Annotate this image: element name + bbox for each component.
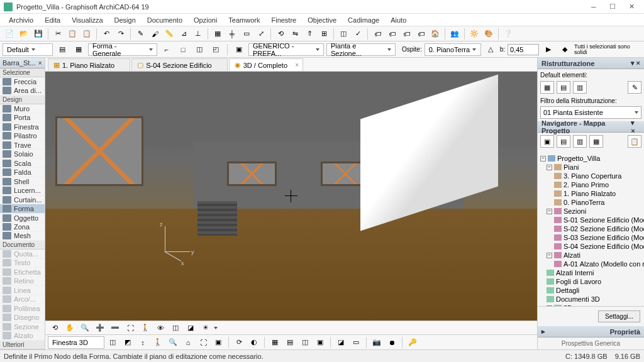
geom1-button[interactable]: ⌐ <box>160 43 174 56</box>
fit-icon[interactable]: ⛶ <box>123 322 137 334</box>
geom4-button[interactable]: ◰ <box>209 43 223 56</box>
geom3-button[interactable]: ◫ <box>192 43 206 56</box>
tag1-icon[interactable]: 🏷 <box>370 28 384 40</box>
scale-icon[interactable]: ⤢ <box>254 28 268 40</box>
tool-drawing[interactable]: Disegno <box>0 314 45 322</box>
tab-3d[interactable]: ◉3D / Completo× <box>229 58 303 71</box>
b11-icon[interactable]: ▦ <box>268 336 282 349</box>
restruct-btn2[interactable]: ▤ <box>557 81 570 94</box>
b14-icon[interactable]: ▣ <box>313 336 327 349</box>
tree-section-2[interactable]: S-02 Sezione Edificio (Modello <box>539 224 643 233</box>
tool-dimension[interactable]: Quota... <box>0 250 45 258</box>
view3d-icon[interactable]: ◫ <box>336 28 350 40</box>
close-button[interactable]: ✕ <box>623 1 640 13</box>
guide-icon[interactable]: ╪ <box>225 28 239 40</box>
tree-story-1[interactable]: 1. Piano Rialzato <box>539 189 643 198</box>
grid-icon[interactable]: ▦ <box>211 28 225 40</box>
tree-section-3[interactable]: S-03 Sezione Edificio (Modello <box>539 233 643 242</box>
record-icon[interactable]: ⏺ <box>385 336 399 349</box>
tree-elevation-1[interactable]: A-01 Alzato (Modello con rico <box>539 260 643 268</box>
menu-objective[interactable]: Objective <box>303 15 341 25</box>
b9-icon[interactable]: ⟳ <box>232 336 246 349</box>
close-icon[interactable]: × <box>38 59 42 67</box>
tool-line[interactable]: Linea <box>0 286 45 295</box>
tool-wall[interactable]: Muro <box>0 104 45 113</box>
tool-skylight[interactable]: Lucern... <box>0 186 45 195</box>
home-icon[interactable]: 🏠 <box>428 28 442 40</box>
tool-door[interactable]: Porta <box>0 113 45 122</box>
mirror-icon[interactable]: ⇋ <box>288 28 302 40</box>
save-icon[interactable]: 💾 <box>31 28 45 40</box>
filter-select[interactable]: 01 Pianta Esistente <box>540 106 641 119</box>
nav-btn1[interactable]: ▣ <box>540 135 554 148</box>
menu-archivio[interactable]: Archivio <box>4 15 38 25</box>
tool-morph[interactable]: Forma <box>0 204 45 213</box>
tree-details[interactable]: Dettagli <box>539 286 643 295</box>
nav-btn4[interactable]: ▦ <box>589 135 603 148</box>
restructure-header[interactable]: Ristrutturazione▾ × <box>538 58 644 69</box>
elevate-icon[interactable]: ⇑ <box>303 28 316 40</box>
tree-story-0[interactable]: 0. PianoTerra <box>539 198 643 207</box>
tab-floorplan[interactable]: ▦1. Piano Rialzato <box>48 58 130 71</box>
tree-section-4[interactable]: S-04 Sezione Edificio (Modello <box>539 242 643 251</box>
group-design[interactable]: Design <box>0 96 45 104</box>
3d-viewport[interactable]: z y x <box>45 72 537 321</box>
tree-story-2[interactable]: 2. Piano Primo <box>539 180 643 189</box>
tool-curtain[interactable]: Curtain... <box>0 195 45 204</box>
nav-btn2[interactable]: ▤ <box>557 135 570 148</box>
group-selection[interactable]: Selezione <box>0 69 45 77</box>
tree-worksheets[interactable]: Fogli di Lavoro <box>539 277 643 286</box>
story-select[interactable]: 0. PianoTerra <box>425 43 481 56</box>
b6-icon[interactable]: ⌂ <box>181 336 195 349</box>
brush-icon[interactable]: 🖌 <box>148 28 162 40</box>
multiply-icon[interactable]: ⊞ <box>317 28 331 40</box>
tool-arc[interactable]: Arco/... <box>0 295 45 304</box>
pan-icon[interactable]: ✋ <box>63 322 77 334</box>
tree-3ddocs[interactable]: Documenti 3D <box>539 295 643 304</box>
settings-button[interactable]: Settaggi... <box>598 310 640 322</box>
menu-opzioni[interactable]: Opzioni <box>189 15 222 25</box>
nav-btn3[interactable]: ▥ <box>573 135 587 148</box>
restruct-btn1[interactable]: ▦ <box>540 81 554 94</box>
clean-icon[interactable]: ✓ <box>351 28 365 40</box>
group-document[interactable]: Documento <box>0 241 45 250</box>
menu-design[interactable]: Design <box>109 15 141 25</box>
tool-slab[interactable]: Solaio <box>0 150 45 158</box>
tool-object[interactable]: Oggetto <box>0 214 45 222</box>
tool-roof[interactable]: Falda <box>0 168 45 177</box>
material-button[interactable]: ▦ <box>72 43 86 56</box>
tool-fill[interactable]: Retino <box>0 277 45 286</box>
tool-marquee[interactable]: Area di... <box>0 86 45 95</box>
tool-arrow[interactable]: Freccia <box>0 77 45 86</box>
tool-section[interactable]: Sezione <box>0 322 45 331</box>
b2-icon[interactable]: ◩ <box>121 336 135 349</box>
tree-story-3[interactable]: 3. Piano Copertura <box>539 172 643 180</box>
tab-section[interactable]: ▢S-04 Sezione Edificio <box>131 58 228 71</box>
minimize-button[interactable]: ─ <box>585 1 602 13</box>
tool-column[interactable]: Pilastro <box>0 131 45 140</box>
b16-icon[interactable]: ▭ <box>349 336 363 349</box>
composite-select[interactable]: GENERICO - PREFA... <box>248 43 324 56</box>
tool-beam[interactable]: Trave <box>0 141 45 150</box>
new-icon[interactable]: 📄 <box>3 28 16 40</box>
angle-input[interactable] <box>508 44 539 55</box>
rotate-icon[interactable]: ⟲ <box>274 28 287 40</box>
b7-icon[interactable]: ⛶ <box>196 336 210 349</box>
lock-icon[interactable]: ▶ <box>541 43 555 56</box>
layer-select[interactable]: Forma - Generale <box>88 43 157 56</box>
look-icon[interactable]: 👁 <box>153 322 167 334</box>
menu-aiuto[interactable]: Aiuto <box>386 15 411 25</box>
bottom-tab[interactable]: Finestra 3D <box>48 336 104 349</box>
layer-button[interactable]: ▤ <box>55 43 69 56</box>
walk-icon[interactable]: 🚶 <box>138 322 152 334</box>
restruct-btn4[interactable]: ✎ <box>628 81 641 94</box>
tree-elevations[interactable]: −Alzati <box>539 251 643 260</box>
structure-select[interactable]: Pianta e Sezione... <box>326 43 396 56</box>
b1-icon[interactable]: ◫ <box>106 336 119 349</box>
maximize-button[interactable]: ☐ <box>604 1 621 13</box>
zoomin-icon[interactable]: ➕ <box>93 322 107 334</box>
persp-icon[interactable]: ◫ <box>169 322 182 334</box>
help-icon[interactable]: ❔ <box>501 28 515 40</box>
paste-icon[interactable]: 📋 <box>80 28 94 40</box>
b5-icon[interactable]: 🔍 <box>166 336 180 349</box>
